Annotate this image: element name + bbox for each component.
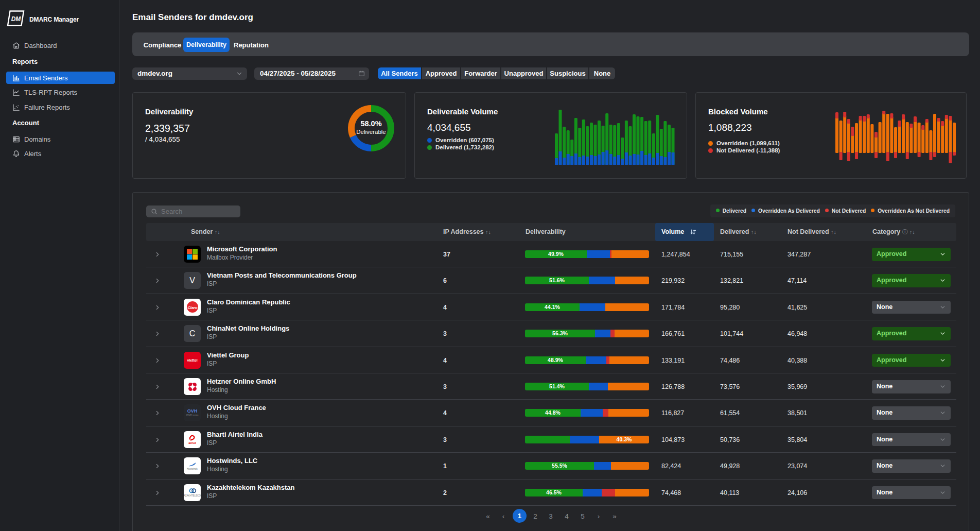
svg-text:DM: DM — [11, 15, 22, 23]
svg-text:Claro: Claro — [187, 305, 198, 310]
